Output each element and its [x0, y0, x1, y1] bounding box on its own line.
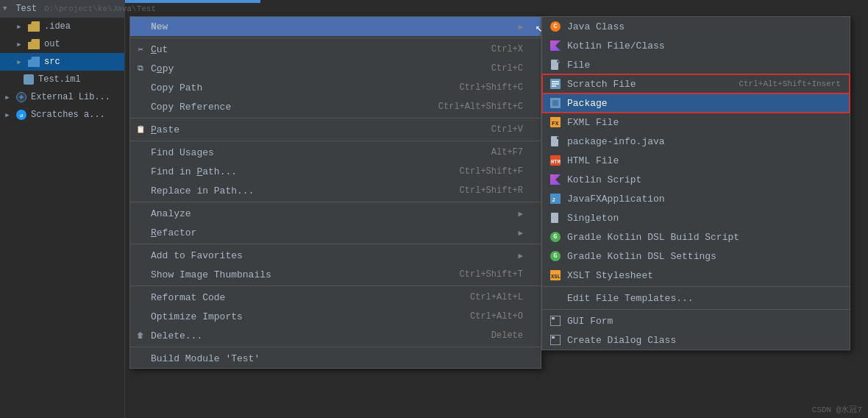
menu-item-favorites[interactable]: Add to Favorites ▶ [130, 246, 541, 265]
submenu-item-package[interactable]: Package [542, 93, 850, 113]
menu-copy-path-shortcut: Ctrl+Shift+C [460, 82, 523, 93]
submenu-edit-templates-label: Edit File Templates... [567, 293, 841, 304]
sidebar-item-src[interactable]: ▶ src [0, 53, 124, 71]
gui-form-icon [549, 315, 561, 327]
menu-item-find-path[interactable]: Find in Path... Ctrl+Shift+F [130, 162, 541, 181]
svg-text:FX: FX [552, 120, 559, 127]
submenu-java-class-label: Java Class [567, 21, 841, 32]
menu-replace-path-label: Replace in Path... [151, 185, 445, 196]
divider-2 [130, 118, 541, 118]
scratch-file-icon [549, 78, 561, 90]
menu-analyze-label: Analyze [151, 208, 512, 219]
sidebar-item-scratches[interactable]: ▶ ↺ Scratches a... [0, 106, 124, 124]
menu-item-analyze[interactable]: Analyze ▶ [130, 204, 541, 223]
submenu-item-singleton[interactable]: Singleton [542, 208, 850, 227]
menu-item-paste[interactable]: Paste Ctrl+V [130, 120, 541, 139]
menu-copy-ref-shortcut: Ctrl+Alt+Shift+C [438, 102, 523, 112]
paste-icon [135, 124, 146, 135]
menu-item-copy-path[interactable]: Copy Path Ctrl+Shift+C [130, 78, 541, 97]
kotlin-script-icon [549, 174, 561, 185]
submenu-gui-form-label: GUI Form [567, 316, 841, 327]
submenu-item-html[interactable]: HTML HTML File [542, 151, 850, 170]
submenu-item-xslt[interactable]: XSL XSLT Stylesheet [542, 266, 850, 285]
menu-item-build[interactable]: Build Module 'Test' [130, 349, 541, 368]
submenu: C Java Class Kotlin File/Class File Scra… [541, 16, 850, 350]
submenu-singleton-label: Singleton [567, 213, 841, 224]
sidebar-item-iml-label: Test.iml [38, 74, 81, 85]
submenu-file-label: File [567, 60, 841, 71]
sidebar-item-test[interactable]: ▼ Test D:\project\ke\Java\Test [0, 0, 124, 18]
menu-optimize-label: Optimize Imports [151, 311, 455, 322]
submenu-item-dialog-class[interactable]: Create Dialog Class [542, 330, 850, 350]
menu-item-copy-ref[interactable]: Copy Reference Ctrl+Alt+Shift+C [130, 97, 541, 116]
collapse-arrow-icon: ▶ [15, 22, 24, 31]
folder-src-icon [28, 57, 40, 67]
svg-rect-28 [550, 316, 561, 326]
sidebar-item-out[interactable]: ▶ out [0, 35, 124, 53]
submenu-item-file[interactable]: File [542, 55, 850, 74]
menu-reformat-label: Reformat Code [151, 292, 455, 303]
svg-text:XSL: XSL [551, 274, 561, 280]
package-icon [549, 97, 561, 109]
folder-out-icon [28, 39, 40, 49]
sidebar-item-out-label: out [44, 39, 60, 49]
menu-favorites-label: Add to Favorites [151, 250, 512, 261]
submenu-item-fxml[interactable]: FX FXML File [542, 113, 850, 132]
menu-item-optimize[interactable]: Optimize Imports Ctrl+Alt+O [130, 307, 541, 326]
kotlin-icon [549, 40, 561, 52]
sidebar-item-external-label: External Lib... [31, 92, 110, 102]
menu-thumbnails-label: Show Image Thumbnails [151, 269, 445, 280]
menu-item-find-usages[interactable]: Find Usages Alt+F7 [130, 143, 541, 162]
menu-item-replace-path[interactable]: Replace in Path... Ctrl+Shift+R [130, 181, 541, 200]
divider-6 [130, 286, 541, 286]
divider-7 [130, 347, 541, 347]
submenu-item-javafx[interactable]: J JavaFXApplication [542, 189, 850, 208]
submenu-item-scratch[interactable]: Scratch File Ctrl+Alt+Shift+Insert [542, 74, 850, 93]
menu-item-new[interactable]: New ▶ [130, 17, 541, 36]
menu-item-cut[interactable]: Cut Ctrl+X [130, 40, 541, 59]
submenu-item-gradle-build[interactable]: G Gradle Kotlin DSL Build Script [542, 227, 850, 247]
submenu-kotlin-label: Kotlin File/Class [567, 40, 841, 52]
menu-analyze-arrow: ▶ [518, 209, 523, 219]
top-bar [0, 0, 868, 3]
submenu-divider2 [542, 309, 850, 310]
svg-rect-16 [552, 100, 558, 106]
menu-item-reformat[interactable]: Reformat Code Ctrl+Alt+L [130, 288, 541, 307]
submenu-item-gui-form[interactable]: GUI Form [542, 311, 850, 330]
submenu-item-kotlin[interactable]: Kotlin File/Class [542, 36, 850, 55]
sidebar-item-external[interactable]: ▶ External Lib... [0, 88, 124, 106]
menu-favorites-arrow: ▶ [518, 251, 523, 261]
submenu-divider [542, 286, 850, 287]
menu-reformat-shortcut: Ctrl+Alt+L [470, 292, 523, 302]
project-path: D:\project\ke\Java\Test [44, 4, 156, 13]
edit-templates-icon [549, 292, 561, 304]
submenu-kotlin-script-label: Kotlin Script [567, 174, 841, 185]
submenu-item-pkg-info[interactable]: package-info.java [542, 132, 850, 151]
submenu-scratch-shortcut: Ctrl+Alt+Shift+Insert [739, 79, 841, 88]
submenu-item-java-class[interactable]: C Java Class [542, 17, 850, 36]
menu-replace-path-shortcut: Ctrl+Shift+R [460, 185, 523, 196]
fxml-icon: FX [549, 116, 561, 128]
sidebar: ▼ Test D:\project\ke\Java\Test ▶ .idea ▶… [0, 0, 125, 418]
menu-item-refactor[interactable]: Refactor ▶ [130, 223, 541, 242]
menu-copy-path-label: Copy Path [151, 82, 445, 93]
divider-4 [130, 202, 541, 202]
menu-item-delete[interactable]: Delete... Delete [130, 326, 541, 345]
menu-item-thumbnails[interactable]: Show Image Thumbnails Ctrl+Shift+T [130, 265, 541, 284]
submenu-item-kotlin-script[interactable]: Kotlin Script [542, 170, 850, 189]
submenu-item-gradle-settings[interactable]: G Gradle Kotlin DSL Settings [542, 247, 850, 266]
context-menu: New ▶ Cut Ctrl+X Copy Ctrl+C Copy Path C… [129, 16, 541, 369]
copy-icon [135, 63, 146, 74]
submenu-package-label: Package [567, 98, 841, 109]
menu-find-usages-shortcut: Alt+F7 [491, 147, 523, 157]
menu-cut-shortcut: Ctrl+X [491, 44, 523, 54]
sidebar-item-iml[interactable]: Test.iml [0, 71, 124, 88]
svg-marker-1 [28, 21, 40, 32]
svg-marker-3 [28, 57, 40, 67]
svg-text:HTML: HTML [551, 159, 561, 165]
sidebar-item-idea[interactable]: ▶ .idea [0, 18, 124, 35]
menu-item-copy[interactable]: Copy Ctrl+C [130, 59, 541, 78]
submenu-item-edit-templates[interactable]: Edit File Templates... [542, 288, 850, 308]
svg-rect-30 [550, 335, 561, 345]
file-icon [549, 59, 561, 71]
